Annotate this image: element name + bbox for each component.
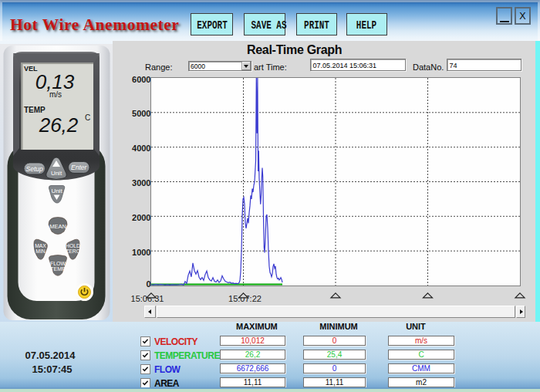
svg-text:m/s: m/s: [49, 90, 62, 99]
svg-text:MEAN: MEAN: [49, 223, 66, 230]
svg-text:Unit: Unit: [51, 170, 62, 177]
svg-text:ZERO: ZERO: [66, 248, 80, 254]
svg-text:TEMP: TEMP: [50, 266, 66, 272]
svg-text:26,2: 26,2: [39, 113, 79, 137]
svg-text:C: C: [85, 113, 90, 122]
svg-text:HOLD: HOLD: [66, 243, 80, 248]
svg-text:FLOW: FLOW: [50, 261, 66, 266]
svg-text:Setup: Setup: [26, 165, 43, 173]
svg-text:Unit: Unit: [51, 188, 62, 194]
svg-text:MAX: MAX: [35, 243, 46, 248]
svg-text:Enter: Enter: [71, 164, 87, 171]
svg-text:MIN: MIN: [35, 248, 46, 254]
